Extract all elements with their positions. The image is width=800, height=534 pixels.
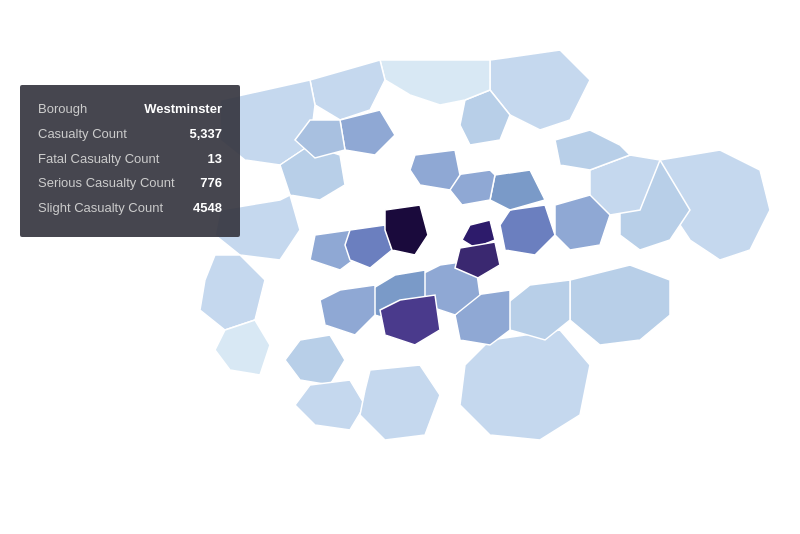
map-container: Borough Westminster Casualty Count 5,337… [0,0,800,534]
london-map [0,0,800,534]
